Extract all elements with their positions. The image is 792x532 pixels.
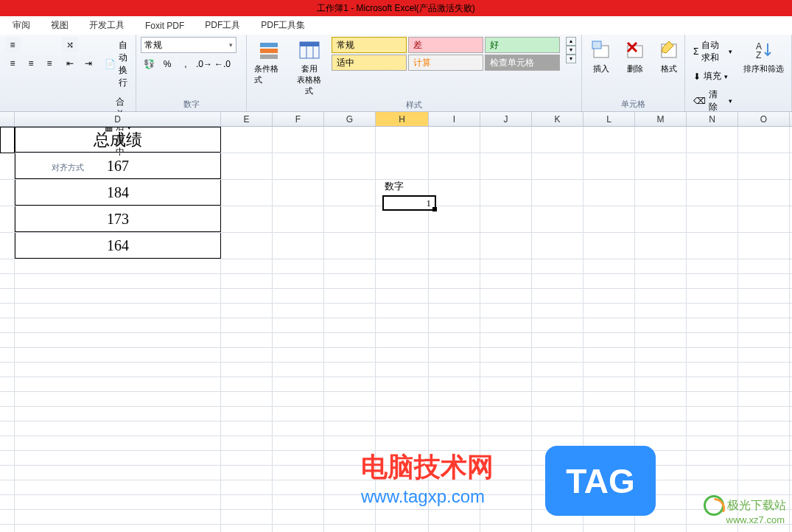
col-header-corner[interactable] — [0, 112, 15, 126]
decrease-decimal-icon[interactable]: ←.0 — [214, 56, 231, 72]
conditional-format-button[interactable]: 条件格式 — [251, 37, 287, 87]
indent-dec-icon[interactable]: ⇤ — [62, 55, 78, 71]
tab-pdftoolset[interactable]: PDF工具集 — [250, 16, 315, 35]
insert-icon — [589, 38, 613, 62]
style-neutral[interactable]: 适中 — [332, 55, 407, 71]
insert-button[interactable]: 插入 — [586, 37, 616, 76]
col-header-D[interactable]: D — [15, 112, 221, 126]
group-cells: 插入 删除 格式 单元格 — [582, 35, 685, 111]
align-center-icon[interactable]: ≡ — [23, 55, 39, 71]
window-title: 工作簿1 - Microsoft Excel(产品激活失败) — [317, 2, 475, 15]
watermark-site1: 电脑技术网 — [361, 449, 494, 486]
title-bar: 工作簿1 - Microsoft Excel(产品激活失败) — [0, 0, 792, 16]
sort-icon: AZ — [752, 38, 776, 62]
sort-label: 排序和筛选 — [743, 63, 784, 74]
col-header-M[interactable]: M — [635, 112, 687, 126]
col-header-J[interactable]: J — [480, 112, 532, 126]
format-button[interactable]: 格式 — [654, 37, 684, 76]
delete-label: 删除 — [627, 63, 643, 74]
svg-rect-1 — [260, 49, 278, 53]
table-format-button[interactable]: 套用 表格格式 — [292, 37, 328, 98]
group-styles: 条件格式 套用 表格格式 常规 差 好 适中 计算 检查单元格 — [247, 35, 582, 111]
eraser-icon: ⌫ — [693, 96, 706, 106]
col-header-L[interactable]: L — [584, 112, 635, 126]
align-left-icon[interactable]: ≡ — [4, 55, 21, 71]
format-icon — [657, 38, 681, 62]
gallery-down-icon[interactable]: ▾ — [566, 46, 576, 55]
fill-button[interactable]: ⬇填充▾ — [690, 68, 736, 85]
table-format-icon — [298, 38, 321, 62]
style-calc[interactable]: 计算 — [408, 55, 483, 71]
group-number: 常规 ▾ 💱 % , .0→ ←.0 数字 — [136, 35, 247, 111]
style-normal[interactable]: 常规 — [332, 37, 407, 53]
svg-rect-8 — [592, 41, 601, 49]
comma-icon[interactable]: , — [178, 56, 194, 72]
align-right-icon[interactable]: ≡ — [41, 55, 57, 71]
insert-label: 插入 — [593, 63, 609, 74]
sort-filter-button[interactable]: AZ 排序和筛选 — [740, 37, 787, 76]
tab-foxit[interactable]: Foxit PDF — [135, 18, 195, 34]
watermark-site2: 极光下载站 — [704, 495, 786, 516]
site2-logo-icon — [704, 495, 724, 516]
group-label-number: 数字 — [141, 97, 242, 110]
cond-format-icon — [257, 38, 281, 62]
col-header-K[interactable]: K — [532, 112, 584, 126]
column-headers: DEFGHIJKLMNO — [0, 112, 792, 127]
col-header-N[interactable]: N — [687, 112, 738, 126]
svg-text:Z: Z — [756, 50, 761, 60]
number-format-value: 常规 — [144, 39, 162, 52]
col-header-F[interactable]: F — [273, 112, 324, 126]
style-good[interactable]: 好 — [485, 37, 560, 53]
style-gallery-scroll: ▴ ▾ ▾ — [566, 37, 577, 63]
col-header-I[interactable]: I — [429, 112, 480, 126]
wrap-label: 自动换行 — [119, 39, 131, 89]
format-label: 格式 — [661, 63, 677, 74]
style-bad[interactable]: 差 — [408, 37, 483, 53]
cell-label-number: 数字 — [385, 180, 404, 193]
sigma-icon: Σ — [693, 46, 698, 57]
cell-styles-gallery: 常规 差 好 适中 计算 检查单元格 — [332, 37, 560, 71]
percent-icon[interactable]: % — [159, 56, 175, 72]
tab-pdftool[interactable]: PDF工具 — [195, 16, 250, 35]
indent-inc-icon[interactable]: ⇥ — [80, 55, 97, 71]
wrap-text-button[interactable]: 📄 自动换行 — [101, 37, 135, 91]
gallery-up-icon[interactable]: ▴ — [566, 37, 576, 46]
ribbon-tabs: 审阅 视图 开发工具 Foxit PDF PDF工具 PDF工具集 — [0, 16, 792, 35]
style-check[interactable]: 检查单元格 — [485, 55, 560, 71]
ribbon: ≡ ≡ ≡ ≡ ⤭ ⇤ ⇥ 📄 自动换 — [0, 35, 792, 112]
tab-dev[interactable]: 开发工具 — [79, 16, 135, 35]
number-format-combo[interactable]: 常规 ▾ — [141, 37, 236, 53]
tab-review[interactable]: 审阅 — [2, 16, 41, 35]
cond-format-label: 条件格式 — [254, 63, 284, 85]
group-alignment: ≡ ≡ ≡ ≡ ⤭ ⇤ ⇥ 📄 自动换 — [0, 35, 136, 111]
svg-rect-0 — [260, 43, 278, 47]
col-header-H[interactable]: H — [376, 112, 429, 126]
group-label-styles: 样式 — [251, 98, 577, 111]
group-editing: Σ自动求和▾ ⬇填充▾ ⌫清除▾ AZ 排序和筛选 编辑 — [685, 35, 792, 111]
col-header-E[interactable]: E — [221, 112, 273, 126]
col-header-O[interactable]: O — [738, 112, 790, 126]
table-format-label: 套用 表格格式 — [295, 63, 325, 97]
watermark-tag: TAG — [545, 446, 656, 516]
currency-icon[interactable]: 💱 — [141, 56, 157, 72]
chevron-down-icon: ▾ — [229, 41, 233, 49]
increase-decimal-icon[interactable]: .0→ — [196, 56, 212, 72]
group-label-cells: 单元格 — [586, 97, 680, 110]
svg-rect-2 — [260, 55, 278, 59]
fill-icon: ⬇ — [693, 71, 701, 82]
watermark-site1-url: www.tagxp.com — [361, 486, 485, 507]
clear-button[interactable]: ⌫清除▾ — [690, 86, 736, 116]
col-header-G[interactable]: G — [324, 112, 376, 126]
align-top-icon[interactable]: ≡ — [4, 37, 21, 53]
autosum-button[interactable]: Σ自动求和▾ — [690, 37, 736, 66]
wrap-icon: 📄 — [105, 59, 116, 69]
delete-icon — [623, 38, 647, 62]
watermark-site2-url: www.xz7.com — [726, 514, 785, 525]
delete-button[interactable]: 删除 — [620, 37, 650, 76]
svg-rect-4 — [300, 42, 319, 46]
tab-view[interactable]: 视图 — [41, 16, 79, 35]
orientation-icon[interactable]: ⤭ — [62, 37, 78, 53]
gallery-more-icon[interactable]: ▾ — [566, 55, 576, 63]
